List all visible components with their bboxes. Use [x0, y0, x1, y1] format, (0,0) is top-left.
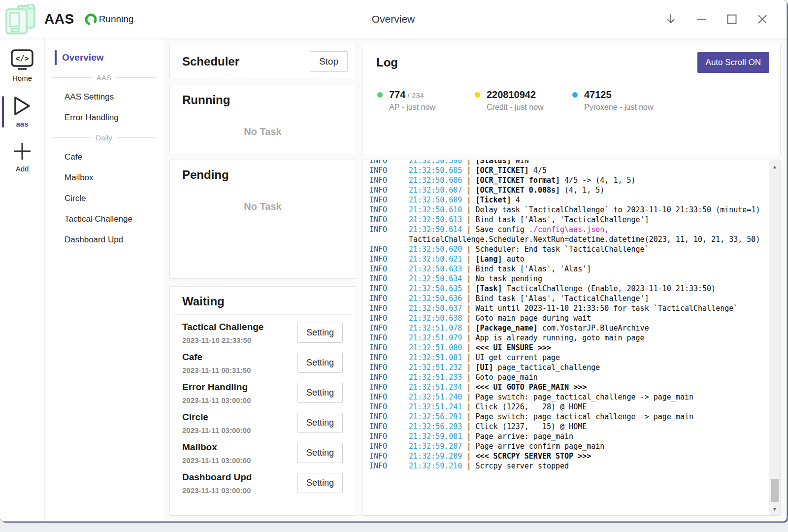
log-line: INFO21:32:50.605 | [OCR_TICKET] 4/5 — [369, 166, 767, 175]
rail-item-add[interactable]: Add — [0, 141, 44, 173]
scheduler-title: Scheduler — [182, 55, 239, 68]
scheduler-card: Scheduler Stop — [169, 44, 356, 79]
waiting-task-row: Error Handling2023-11-11 03:00:00Setting — [182, 378, 343, 408]
app-name: AAS — [44, 11, 74, 27]
log-message: 21:32:50.613 | Bind task ['Alas', 'Tacti… — [409, 215, 767, 225]
log-level: INFO — [369, 432, 409, 441]
setting-button[interactable]: Setting — [297, 353, 343, 373]
close-button[interactable] — [756, 13, 769, 26]
minimize-icon — [696, 14, 707, 25]
log-level: INFO — [369, 382, 409, 392]
sidebar-item-dashboard-upd[interactable]: Dashboard Upd — [45, 230, 163, 250]
sidebar-item-label: Cafe — [65, 152, 82, 162]
svg-text:</>: </> — [15, 54, 29, 63]
log-level: INFO — [369, 175, 409, 185]
divider — [174, 188, 352, 188]
sidebar-item-aas-settings[interactable]: AAS Settings — [45, 87, 163, 107]
log-line: INFO21:32:51.078 | [Package_name] com.Yo… — [369, 323, 767, 333]
log-message: 21:32:51.080 | <<< UI ENSURE >>> — [409, 343, 767, 353]
stat-total: / 234 — [405, 91, 424, 100]
log-line: INFO21:32:51.233 | Goto page_main — [369, 372, 767, 382]
rail-item-label: aas — [16, 120, 28, 128]
stat-item: 220810942Credit - just now — [475, 89, 572, 112]
scroll-up-button[interactable]: ▲ — [769, 161, 780, 172]
minimize-button[interactable] — [695, 13, 708, 26]
log-line: INFO21:32:50.614 | Save config ./config\… — [369, 225, 767, 244]
app-logo-icon — [5, 4, 37, 34]
waiting-task-next-run: 2023-11-10 21:33:50 — [182, 336, 263, 344]
sidebar-item-label: Circle — [65, 194, 86, 203]
waiting-card: Waiting Tactical Challenge2023-11-10 21:… — [169, 286, 356, 516]
log-line: INFO21:32:50.607 | [OCR_TICKET 0.008s] (… — [369, 185, 767, 195]
setting-button[interactable]: Setting — [297, 323, 343, 343]
waiting-task-info: Tactical Challenge2023-11-10 21:33:50 — [182, 322, 263, 344]
scrollbar-track[interactable]: ▲ ▼ — [769, 160, 780, 515]
sidebar-item-circle[interactable]: Circle — [45, 188, 163, 209]
setting-button[interactable]: Setting — [297, 443, 343, 463]
log-line: INFO21:32:51.080 | <<< UI ENSURE >>> — [369, 343, 767, 353]
stat-value: 47125 — [584, 89, 654, 100]
log-message: 21:32:56.293 | Click (1237, 15) @ HOME — [409, 422, 767, 432]
setting-button[interactable]: Setting — [297, 413, 343, 433]
stat-text: 774 / 234AP - just now — [389, 89, 435, 112]
log-level: INFO — [369, 313, 409, 323]
menu-group-divider: AAS — [45, 68, 163, 87]
sidebar-item-error-handling[interactable]: Error Handling — [45, 107, 163, 128]
log-title: Log — [376, 56, 398, 69]
log-lines[interactable]: INFO21:32:50.598 | [Status] WININFO21:32… — [362, 160, 769, 515]
download-button[interactable] — [664, 12, 677, 26]
main-area: Scheduler Stop Running No Task Pending N… — [163, 38, 787, 521]
menu-group-label: AAS — [97, 73, 111, 82]
rail-item-label: Add — [16, 165, 29, 173]
log-level: INFO — [369, 185, 409, 195]
stop-button[interactable]: Stop — [310, 51, 348, 72]
log-level: INFO — [369, 215, 409, 225]
auto-scroll-button[interactable]: Auto Scroll ON — [697, 52, 769, 73]
waiting-task-row: Circle2023-11-11 03:00:00Setting — [182, 408, 343, 438]
log-line: INFO21:32:50.633 | Bind task ['Alas', 'A… — [369, 264, 767, 274]
sidebar-item-overview[interactable]: Overview — [45, 47, 163, 68]
log-message: 21:32:50.634 | No task pending — [409, 274, 767, 284]
maximize-button[interactable] — [725, 13, 738, 26]
play-icon — [12, 95, 32, 117]
waiting-task-next-run: 2023-11-11 03:00:00 — [182, 456, 251, 465]
log-line: INFO21:32:51.240 | Page switch: page_tac… — [369, 392, 767, 402]
waiting-task-info: Cafe2023-11-11 00:31:50 — [182, 352, 251, 374]
log-message: 21:32:51.079 | App is already running, g… — [409, 333, 767, 343]
rail-item-aas[interactable]: aas — [0, 95, 44, 128]
log-message: 21:32:51.232 | [UI] page_tactical_challe… — [409, 363, 767, 372]
sidebar-item-mailbox[interactable]: Mailbox — [45, 167, 163, 188]
setting-button[interactable]: Setting — [297, 383, 343, 403]
app-window: AAS Running Overview — [0, 0, 787, 521]
maximize-icon — [726, 14, 737, 25]
log-level: INFO — [369, 225, 409, 244]
log-message: 21:32:51.078 | [Package_name] com.Yostar… — [409, 323, 767, 333]
download-icon — [665, 13, 676, 25]
sidebar-item-label: AAS Settings — [65, 92, 114, 102]
log-message: 21:32:56.291 | Page switch: page_tactica… — [409, 412, 767, 422]
waiting-task-row: Tactical Challenge2023-11-10 21:33:50Set… — [182, 318, 343, 348]
running-empty-text: No Task — [170, 126, 356, 137]
scrollbar-thumb[interactable] — [771, 479, 779, 502]
log-line: INFO21:32:50.634 | No task pending — [369, 274, 767, 284]
scroll-down-button[interactable]: ▼ — [769, 503, 780, 514]
running-spinner-icon — [84, 13, 98, 26]
nav-rail: </> Home aas Add — [0, 38, 45, 521]
log-level: INFO — [369, 343, 409, 353]
log-line: INFO21:32:56.291 | Page switch: page_tac… — [369, 412, 767, 422]
log-message: 21:32:59.001 | Page arrive: page_main — [409, 432, 767, 441]
log-level: INFO — [369, 402, 409, 412]
log-line: INFO21:32:50.636 | Bind task ['Alas', 'T… — [369, 294, 767, 303]
log-message: 21:32:50.609 | [Ticket] 4 — [409, 195, 767, 205]
log-line: INFO21:32:51.232 | [UI] page_tactical_ch… — [369, 363, 767, 372]
divider — [174, 113, 352, 113]
waiting-task-name: Error Handling — [182, 382, 251, 393]
setting-button[interactable]: Setting — [297, 473, 343, 493]
sidebar-item-cafe[interactable]: Cafe — [45, 147, 163, 167]
waiting-task-name: Mailbox — [182, 442, 251, 453]
log-line: INFO21:32:50.598 | [Status] WIN — [369, 160, 767, 166]
rail-item-home[interactable]: </> Home — [0, 49, 44, 82]
sidebar-item-tactical-challenge[interactable]: Tactical Challenge — [45, 209, 163, 230]
waiting-task-info: Circle2023-11-11 03:00:00 — [182, 412, 251, 434]
waiting-task-name: Cafe — [182, 352, 251, 363]
